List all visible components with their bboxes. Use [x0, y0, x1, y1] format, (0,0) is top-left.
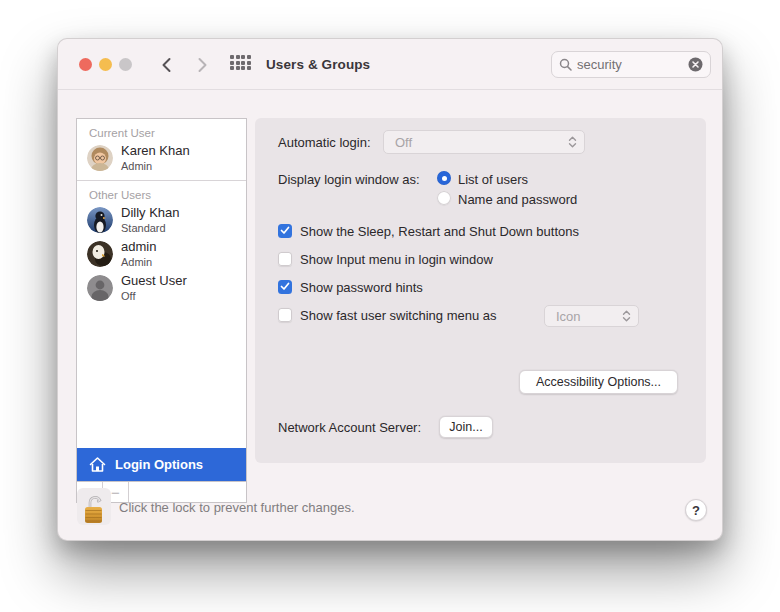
clear-search-icon[interactable] — [688, 57, 703, 72]
current-user-header: Current User — [77, 119, 246, 141]
user-role: Admin — [121, 256, 156, 268]
login-options-label: Login Options — [115, 457, 203, 472]
other-users-header: Other Users — [77, 181, 246, 203]
radio-name-and-password-label[interactable]: Name and password — [458, 192, 577, 207]
checkbox-sleep-restart-shutdown-label[interactable]: Show the Sleep, Restart and Shut Down bu… — [300, 224, 579, 239]
network-account-server-label: Network Account Server: — [278, 420, 421, 435]
checkbox-input-menu[interactable] — [278, 252, 292, 266]
checkbox-password-hints-label[interactable]: Show password hints — [300, 280, 423, 295]
avatar — [87, 207, 113, 233]
chevron-left-icon — [161, 57, 172, 73]
radio-name-and-password[interactable] — [437, 191, 451, 205]
user-name: Karen Khan — [121, 144, 190, 158]
radio-list-of-users[interactable] — [437, 171, 451, 185]
user-name: admin — [121, 240, 156, 254]
fast-user-switching-value: Icon — [556, 309, 621, 324]
user-name: Dilly Khan — [121, 206, 180, 220]
checkbox-sleep-restart-shutdown[interactable] — [278, 224, 292, 238]
user-role: Admin — [121, 160, 190, 172]
user-row-karen-khan[interactable]: Karen Khan Admin — [77, 141, 246, 175]
window-title: Users & Groups — [266, 57, 370, 72]
sidebar-item-login-options[interactable]: Login Options — [77, 448, 246, 481]
forward-button[interactable] — [191, 54, 213, 76]
search-input[interactable] — [577, 57, 688, 72]
user-row-dilly-khan[interactable]: Dilly Khan Standard — [77, 203, 246, 237]
checkbox-fast-user-switching-label[interactable]: Show fast user switching menu as — [300, 308, 497, 323]
toolbar: Users & Groups — [58, 39, 722, 90]
user-list: Current User Karen Khan Admin — [77, 119, 246, 448]
users-groups-window: Users & Groups Current User — [57, 38, 723, 541]
show-all-grid-icon[interactable] — [230, 55, 253, 74]
display-login-window-label: Display login window as: — [278, 172, 420, 187]
automatic-login-label: Automatic login: — [278, 135, 371, 150]
back-button[interactable] — [155, 54, 177, 76]
user-row-admin[interactable]: admin Admin — [77, 237, 246, 271]
automatic-login-popup[interactable]: Off — [383, 130, 585, 154]
accessibility-options-button[interactable]: Accessibility Options... — [519, 370, 678, 394]
join-button[interactable]: Join... — [439, 416, 493, 438]
check-icon — [280, 226, 290, 235]
avatar — [87, 275, 113, 301]
close-button[interactable] — [79, 58, 92, 71]
unlocked-padlock-icon — [80, 493, 108, 525]
house-icon — [88, 456, 107, 473]
user-role: Standard — [121, 222, 180, 234]
user-row-guest-user[interactable]: Guest User Off — [77, 271, 246, 305]
stepper-icon — [567, 135, 578, 149]
checkbox-password-hints[interactable] — [278, 280, 292, 294]
lock-caption: Click the lock to prevent further change… — [119, 500, 355, 515]
automatic-login-value: Off — [395, 135, 567, 150]
login-options-panel: Automatic login: Off Display login windo… — [255, 118, 706, 463]
radio-list-of-users-label[interactable]: List of users — [458, 172, 528, 187]
checkbox-fast-user-switching[interactable] — [278, 308, 292, 322]
user-name: Guest User — [121, 274, 187, 288]
minimize-button[interactable] — [99, 58, 112, 71]
chevron-right-icon — [197, 57, 208, 73]
search-field[interactable] — [551, 51, 711, 78]
avatar — [87, 241, 113, 267]
avatar — [87, 145, 113, 171]
user-list-sidebar: Current User Karen Khan Admin — [76, 118, 247, 503]
stepper-icon — [621, 309, 632, 323]
fast-user-switching-popup[interactable]: Icon — [544, 305, 639, 327]
lock-button[interactable] — [77, 488, 111, 525]
check-icon — [280, 282, 290, 291]
checkbox-input-menu-label[interactable]: Show Input menu in login window — [300, 252, 493, 267]
search-icon — [559, 58, 572, 71]
user-role: Off — [121, 290, 187, 302]
zoom-button — [119, 58, 132, 71]
help-button[interactable]: ? — [685, 499, 707, 521]
